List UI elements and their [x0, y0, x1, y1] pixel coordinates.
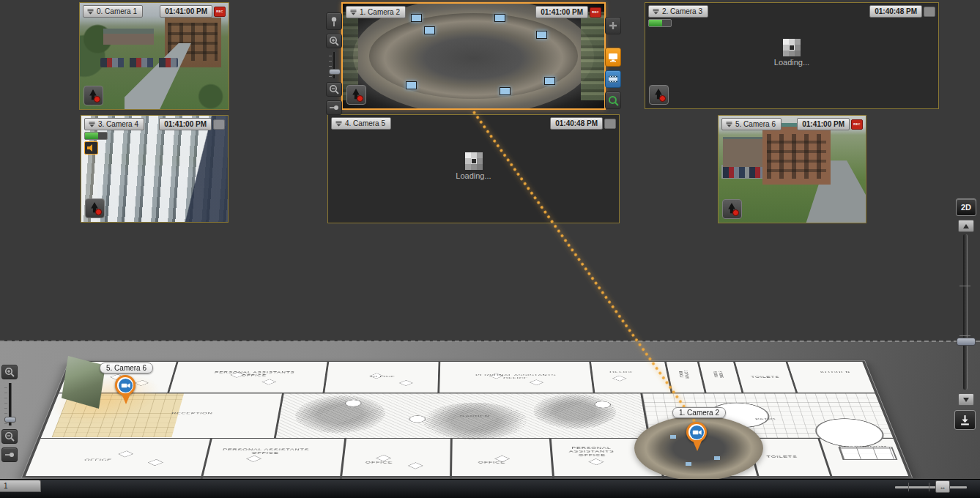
view-2d-button[interactable]: 2D	[956, 198, 976, 216]
camera-tile-4[interactable]: 3. Camera 4 01:41:00 PM	[81, 115, 229, 223]
camera-title-chip[interactable]: 4. Camera 5	[331, 117, 391, 130]
camera-pin-icon[interactable]	[115, 375, 136, 395]
tilt-down-button[interactable]	[958, 393, 974, 406]
wall	[437, 362, 440, 393]
floorplan[interactable]: OFFICE PERSONAL ASSISTANTS OFFICE OFFICE…	[22, 361, 912, 477]
event-indicator-icon[interactable]	[649, 85, 669, 105]
pin-home-button[interactable]	[326, 100, 342, 115]
wall	[201, 438, 212, 479]
timestamp: 01:41:00 PM	[535, 6, 588, 18]
event-indicator-icon[interactable]	[722, 199, 742, 219]
timestamp: 01:41:00 PM	[160, 5, 212, 18]
wall	[817, 438, 834, 479]
tilt-up-button[interactable]	[958, 220, 974, 232]
wall	[549, 438, 554, 479]
rec-idle-badge	[213, 119, 225, 130]
audio-icon[interactable]	[84, 141, 98, 155]
zoom-out-button[interactable]	[326, 82, 342, 97]
room-label: OFFICE	[365, 461, 393, 464]
timestamp: 01:40:48 PM	[869, 5, 922, 18]
camera-tile-3[interactable]: Loading... 2. Camera 3 01:40:48 PM	[645, 2, 939, 109]
room-label: OFFICE	[478, 461, 505, 464]
tile-right-toolbar	[605, 17, 621, 109]
camera-tile-2[interactable]: 1. Camera 2 01:41:00 PM REC	[341, 2, 606, 110]
pan-slider-handle[interactable]: ↔	[935, 480, 950, 493]
ptz-zoom-slider[interactable]	[329, 52, 339, 78]
desk-icon	[588, 458, 604, 465]
room-label: PERSONAL ASSISTANTS OFFICE	[463, 374, 570, 379]
room-label: TOILETS	[766, 456, 798, 459]
room-label: GARDEN	[460, 415, 490, 417]
rec-badge: REC	[851, 119, 863, 130]
fit-to-window-button[interactable]	[954, 410, 976, 430]
room-label: RECEPTION	[171, 412, 213, 415]
zoom-out-button[interactable]	[1, 429, 18, 444]
rec-badge: REC	[590, 7, 601, 18]
loading-text: Loading...	[456, 171, 491, 180]
room-label: OFFICE	[84, 458, 113, 462]
event-indicator-icon[interactable]	[85, 198, 105, 218]
garden-table-icon	[594, 401, 612, 408]
camera-menu-icon	[87, 9, 94, 15]
timestamp: 01:41:00 PM	[159, 118, 212, 130]
map-marker-camera2[interactable]	[686, 422, 708, 451]
timestamp: 01:40:48 PM	[550, 117, 603, 130]
playback-button[interactable]	[605, 70, 621, 88]
desk-icon	[118, 450, 133, 457]
camera-video: Loading...	[645, 3, 938, 108]
camera-pin-icon[interactable]	[686, 422, 707, 442]
room-label: SERVER ROOM	[678, 371, 689, 379]
tilt-slider-handle[interactable]	[957, 338, 976, 346]
tilt-tick	[959, 286, 970, 286]
tilt-slider-track[interactable]	[963, 234, 968, 390]
camera-tile-6[interactable]: 5. Camera 6 01:41:00 PM REC	[718, 115, 866, 223]
camera-label: 0. Camera 1	[97, 7, 137, 15]
room-label: PERSONAL ASSISTANTS OFFICE	[204, 371, 305, 376]
timestamp: 01:41:00 PM	[797, 118, 850, 130]
map-camera-label[interactable]: 5. Camera 6	[100, 363, 153, 374]
room-label: PATIO	[754, 417, 776, 421]
camera-label: 2. Camera 3	[662, 7, 702, 15]
camera-title-chip[interactable]: 0. Camera 1	[83, 5, 143, 18]
map-marker-camera6[interactable]	[115, 375, 137, 404]
wall	[340, 438, 346, 479]
search-button[interactable]	[605, 92, 621, 109]
pin-button[interactable]	[326, 12, 342, 30]
room-label: OFFICE	[609, 371, 635, 374]
map-tab-1[interactable]: 1	[0, 480, 41, 492]
rec-badge: REC	[214, 7, 226, 17]
camera-tile-1[interactable]: 0. Camera 1 01:41:00 PM REC	[79, 2, 229, 110]
camera-menu-icon	[726, 122, 732, 127]
map-zoom-slider[interactable]	[4, 383, 15, 425]
event-indicator-icon[interactable]	[346, 85, 366, 105]
loading-text: Loading...	[774, 58, 809, 67]
pan-tick	[929, 483, 929, 491]
add-view-button[interactable]	[605, 17, 621, 34]
camera-title-chip[interactable]: 3. Camera 4	[84, 118, 144, 130]
camera-label: 1. Camera 2	[360, 8, 400, 16]
marker-tail	[693, 441, 702, 451]
camera-label: 3. Camera 4	[98, 120, 138, 128]
live-view-button[interactable]	[605, 48, 621, 67]
zoom-in-button[interactable]	[326, 34, 342, 48]
desk-icon	[148, 459, 163, 466]
pin-home-button[interactable]	[1, 447, 18, 462]
camera-title-chip[interactable]: 1. Camera 2	[346, 6, 406, 18]
wall	[323, 362, 330, 393]
camera-label: 4. Camera 5	[345, 119, 385, 127]
desk-icon	[530, 379, 543, 385]
event-indicator-icon[interactable]	[83, 86, 103, 105]
camera-video	[343, 4, 604, 108]
map-camera-label[interactable]: 1. Camera 2	[672, 407, 726, 418]
marker-tail	[122, 394, 130, 404]
camera-tile-5[interactable]: Loading... 4. Camera 5 01:40:48 PM	[327, 114, 620, 223]
camera-title-chip[interactable]: 2. Camera 3	[648, 5, 708, 18]
desk-icon	[408, 462, 423, 469]
pan-slider-track[interactable]	[895, 486, 967, 488]
camera-title-chip[interactable]: 5. Camera 6	[721, 118, 782, 130]
loading-spinner-icon	[789, 45, 795, 51]
loading-spinner-icon	[471, 158, 477, 164]
rec-idle-badge	[604, 119, 616, 129]
zoom-in-button[interactable]	[1, 365, 18, 379]
camera-menu-icon	[350, 10, 357, 15]
